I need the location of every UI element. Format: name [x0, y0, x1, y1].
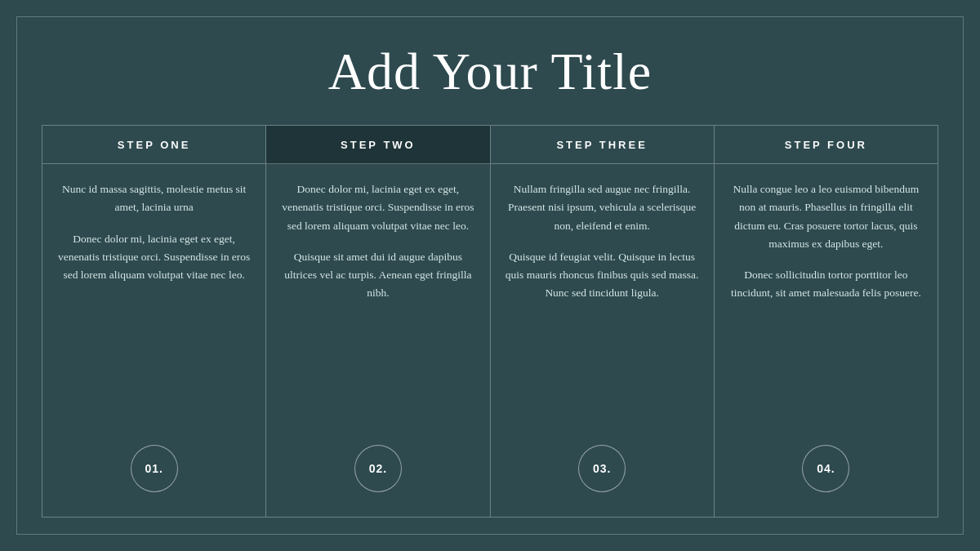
step-text-p1-3: Nullam fringilla sed augue nec fringilla… — [506, 180, 699, 235]
step-number-circle-3: 03. — [578, 445, 626, 492]
step-header-2: STEP TWO — [266, 126, 489, 164]
step-label-2: STEP TWO — [341, 139, 416, 151]
step-number-area-4: 04. — [729, 445, 923, 500]
step-number-area-1: 01. — [57, 445, 251, 500]
step-number-area-2: 02. — [281, 445, 474, 500]
step-text-p1-2: Donec dolor mi, lacinia eget ex eget, ve… — [281, 180, 474, 235]
slide: Add Your Title STEP ONE Nunc id massa sa… — [16, 16, 964, 535]
step-number-area-3: 03. — [506, 445, 699, 500]
steps-container: STEP ONE Nunc id massa sagittis, molesti… — [42, 125, 938, 518]
step-content-3: Nullam fringilla sed augue nec fringilla… — [491, 164, 714, 517]
step-header-1: STEP ONE — [42, 126, 265, 164]
step-label-4: STEP FOUR — [785, 139, 867, 151]
step-col-1: STEP ONE Nunc id massa sagittis, molesti… — [42, 125, 265, 518]
step-content-1: Nunc id massa sagittis, molestie metus s… — [42, 164, 265, 517]
step-text-p1-4: Nulla congue leo a leo euismod bibendum … — [729, 180, 923, 253]
step-text-p2-3: Quisque id feugiat velit. Quisque in lec… — [506, 248, 699, 303]
step-header-3: STEP THREE — [491, 126, 714, 164]
step-text-p2-1: Donec dolor mi, lacinia eget ex eget, ve… — [57, 230, 251, 285]
step-number-circle-2: 02. — [354, 445, 402, 492]
main-title: Add Your Title — [42, 42, 938, 102]
step-number-circle-4: 04. — [802, 445, 849, 492]
step-label-1: STEP ONE — [118, 139, 191, 151]
step-text-p2-4: Donec sollicitudin tortor porttitor leo … — [729, 266, 923, 303]
step-col-4: STEP FOUR Nulla congue leo a leo euismod… — [714, 125, 938, 518]
step-label-3: STEP THREE — [556, 139, 647, 151]
step-text-p2-2: Quisque sit amet dui id augue dapibus ul… — [281, 248, 474, 303]
title-section: Add Your Title — [42, 42, 938, 102]
step-header-4: STEP FOUR — [715, 126, 938, 164]
step-content-2: Donec dolor mi, lacinia eget ex eget, ve… — [266, 164, 489, 517]
step-col-3: STEP THREE Nullam fringilla sed augue ne… — [490, 125, 714, 518]
step-content-4: Nulla congue leo a leo euismod bibendum … — [715, 164, 938, 517]
step-col-2: STEP TWO Donec dolor mi, lacinia eget ex… — [265, 125, 489, 518]
step-text-p1-1: Nunc id massa sagittis, molestie metus s… — [57, 180, 251, 217]
step-number-circle-1: 01. — [131, 445, 178, 492]
